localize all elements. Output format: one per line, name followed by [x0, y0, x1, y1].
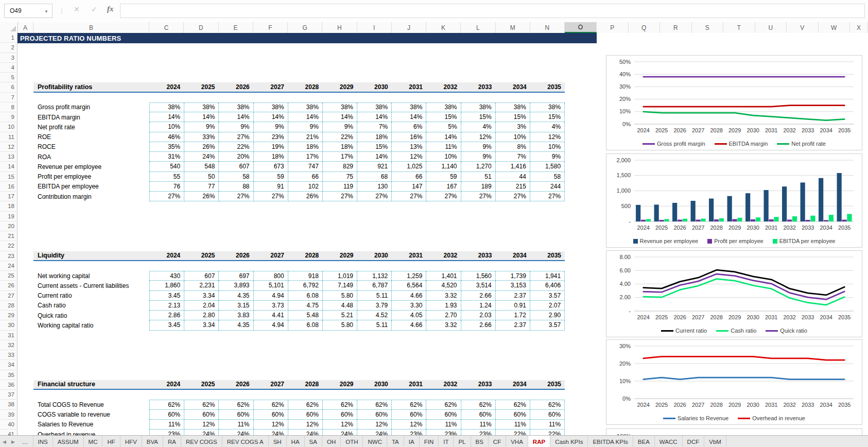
cell-H30[interactable]: 5.80: [323, 320, 357, 330]
sheet-tab-rev-cogs[interactable]: REV COGS: [181, 436, 222, 447]
row-header-38[interactable]: 38: [0, 400, 18, 409]
cell-I40[interactable]: 12%: [357, 420, 392, 429]
row-header-11[interactable]: 11: [0, 132, 18, 142]
sheet-tab-ta[interactable]: TA: [387, 436, 404, 447]
column-header-c[interactable]: C: [149, 22, 184, 33]
cell-N8[interactable]: 38%: [530, 103, 565, 112]
cell-J27[interactable]: 4.66: [392, 291, 426, 301]
cell-B15[interactable]: Profit per employee: [33, 172, 149, 182]
column-header-q[interactable]: Q: [629, 22, 661, 33]
cell-F12[interactable]: 19%: [254, 142, 288, 152]
cell-G40[interactable]: 12%: [288, 420, 323, 429]
cell-H41[interactable]: 24%: [323, 429, 357, 435]
chart-salaries-overhead[interactable]: 30%20%10%0%20242025202620272028202920302…: [606, 339, 862, 425]
cell-L9[interactable]: 15%: [461, 112, 496, 122]
row-header-14[interactable]: 14: [0, 162, 18, 171]
cell-E11[interactable]: 27%: [219, 132, 253, 142]
cell-J26[interactable]: 6,564: [392, 281, 426, 290]
cell-L13[interactable]: 9%: [461, 152, 496, 162]
column-header-r[interactable]: R: [660, 22, 692, 33]
cell-M30[interactable]: 2.37: [496, 320, 530, 330]
cell-D13[interactable]: 24%: [184, 152, 219, 162]
cell-D8[interactable]: 38%: [184, 103, 219, 112]
cell-E30[interactable]: 4.35: [219, 320, 253, 330]
cell-C12[interactable]: 35%: [150, 142, 184, 152]
cell-K17[interactable]: 27%: [426, 192, 461, 201]
cell-I12[interactable]: 15%: [357, 142, 392, 152]
section-header-profitability-ratios[interactable]: Profitability ratios20242025202620272028…: [33, 82, 565, 92]
cell-B29[interactable]: Quick ratio: [33, 311, 149, 320]
cell-G28[interactable]: 4.75: [288, 301, 323, 311]
row-header-5[interactable]: 5: [0, 73, 18, 82]
cell-I39[interactable]: 60%: [357, 410, 392, 420]
cell-F8[interactable]: 38%: [254, 103, 288, 112]
cell-G38[interactable]: 62%: [288, 400, 323, 409]
row-header-32[interactable]: 32: [0, 340, 18, 350]
sheet-tab-ins[interactable]: INS: [33, 436, 53, 447]
cell-H13[interactable]: 17%: [323, 152, 357, 162]
cell-J25[interactable]: 1,259: [392, 271, 426, 281]
cell-L8[interactable]: 38%: [461, 103, 496, 112]
cell-F13[interactable]: 18%: [254, 152, 288, 162]
cell-B10[interactable]: Net profit rate: [33, 122, 149, 132]
cell-I38[interactable]: 62%: [357, 400, 392, 409]
cell-H15[interactable]: 75: [323, 172, 357, 182]
cell-H29[interactable]: 5.21: [323, 311, 357, 320]
cell-F26[interactable]: 5,101: [254, 281, 288, 290]
column-header-e[interactable]: E: [219, 22, 253, 33]
sheet-tab-nwc[interactable]: NWC: [363, 436, 387, 447]
sheet-tab-sh[interactable]: SH: [269, 436, 287, 447]
cell-I27[interactable]: 5.11: [357, 291, 392, 301]
cell-B28[interactable]: Cash ratio: [33, 301, 149, 311]
sheet-tab-ha[interactable]: HA: [287, 436, 305, 447]
row-header-30[interactable]: 30: [0, 320, 18, 330]
cell-I25[interactable]: 1,132: [357, 271, 392, 281]
cell-L12[interactable]: 9%: [461, 142, 496, 152]
cell-H10[interactable]: 9%: [323, 122, 357, 132]
cell-K27[interactable]: 3.32: [426, 291, 461, 301]
cell-K39[interactable]: 60%: [426, 410, 461, 420]
cell-N28[interactable]: 2.07: [530, 301, 565, 311]
cell-N39[interactable]: 60%: [530, 410, 565, 420]
cell-G26[interactable]: 6,792: [288, 281, 323, 290]
cell-H16[interactable]: 119: [323, 182, 357, 192]
name-box-dropdown-icon[interactable]: ▼: [44, 9, 48, 14]
row-header-18[interactable]: 18: [0, 201, 18, 211]
cell-M10[interactable]: 3%: [496, 122, 530, 132]
sheet-tab-sa[interactable]: SA: [305, 436, 322, 447]
cell-J16[interactable]: 147: [392, 182, 426, 192]
cell-K40[interactable]: 11%: [426, 420, 461, 429]
cell-B11[interactable]: ROE: [33, 132, 149, 142]
cell-L15[interactable]: 51: [461, 172, 496, 182]
cell-C39[interactable]: 60%: [150, 410, 184, 420]
column-header-d[interactable]: D: [184, 22, 218, 33]
cell-D11[interactable]: 33%: [184, 132, 219, 142]
cell-C14[interactable]: 540: [150, 162, 184, 171]
cell-B14[interactable]: Revenue per employee: [33, 162, 149, 171]
tab-scroll-left-icon[interactable]: ◀: [0, 436, 9, 447]
cell-L41[interactable]: 23%: [461, 429, 496, 435]
cell-H25[interactable]: 1,019: [323, 271, 357, 281]
cancel-icon[interactable]: ✕: [74, 6, 80, 13]
section-header-liquidity[interactable]: Liquidity2024202520262027202820292030203…: [33, 251, 565, 261]
cell-H26[interactable]: 7,149: [323, 281, 357, 290]
cell-N26[interactable]: 6,406: [530, 281, 565, 290]
cell-K25[interactable]: 1,401: [426, 271, 461, 281]
cell-F29[interactable]: 4.41: [254, 311, 288, 320]
cell-E38[interactable]: 62%: [219, 400, 253, 409]
cell-N27[interactable]: 3.57: [530, 291, 565, 301]
cell-G25[interactable]: 918: [288, 271, 323, 281]
column-header-f[interactable]: F: [253, 22, 288, 33]
cell-N40[interactable]: 11%: [530, 420, 565, 429]
row-header-2[interactable]: 2: [0, 43, 18, 53]
cell-E39[interactable]: 60%: [219, 410, 253, 420]
row-header-17[interactable]: 17: [0, 192, 18, 201]
cell-K41[interactable]: 23%: [426, 429, 461, 435]
cell-J11[interactable]: 16%: [392, 132, 426, 142]
row-header-23[interactable]: 23: [0, 251, 18, 261]
cell-I8[interactable]: 38%: [357, 103, 392, 112]
row-header-1[interactable]: 1: [0, 33, 18, 43]
column-header-w[interactable]: W: [819, 22, 850, 33]
cell-E28[interactable]: 3.15: [219, 301, 253, 311]
row-header-7[interactable]: 7: [0, 93, 18, 102]
